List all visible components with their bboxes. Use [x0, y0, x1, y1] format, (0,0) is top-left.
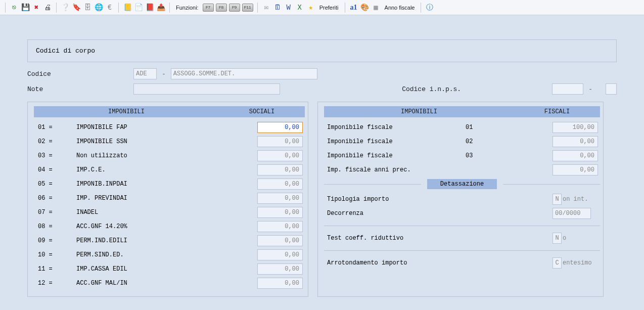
sociali-row: 03 =Non utilizzato [34, 149, 305, 163]
fiscali-name: Imponibile fiscale [324, 138, 466, 145]
detassazione-tag: Detassazione [427, 179, 497, 189]
row-name: PERM.SIND.ED. [76, 251, 257, 258]
preferiti-label[interactable]: Preferiti [319, 5, 339, 11]
f7-key[interactable]: F7 [203, 4, 214, 12]
test-coeff-rest: o [563, 235, 598, 242]
send-icon[interactable]: 📤 [156, 3, 165, 12]
fiscali-row: Imponibile fiscale03 [324, 149, 600, 163]
page-icon[interactable]: 📄 [134, 3, 143, 12]
row-name: ACC.GNF 14.20% [76, 223, 257, 230]
sociali-row: 07 =INADEL [34, 205, 305, 219]
fiscali-value-input[interactable] [553, 122, 598, 133]
star-icon[interactable]: ★ [306, 3, 315, 12]
arrotondamento-char-input[interactable] [553, 257, 562, 269]
panel-title-text: Codici di corpo [36, 47, 95, 55]
main-toolbar: ⎋ 💾 ✖ 🖨 ❔ 🔖 🗄 🌐 € 📒 📄 📕 📤 Funzioni: F7 F… [0, 0, 644, 15]
excel-icon[interactable]: X [295, 3, 304, 12]
row-code: 04 = [34, 166, 76, 173]
f9-key[interactable]: F9 [229, 4, 240, 12]
panel-title: Codici di corpo [27, 39, 617, 62]
book-icon[interactable]: 📒 [123, 3, 132, 12]
row-value-input[interactable] [257, 249, 303, 260]
exit-icon[interactable]: ⎋ [10, 3, 19, 12]
book2-icon[interactable]: 📕 [145, 3, 154, 12]
row-value-input[interactable] [257, 221, 303, 232]
row-value-input[interactable] [257, 136, 303, 147]
row-value-input[interactable] [257, 278, 303, 289]
row-name: INADEL [76, 209, 257, 216]
row-value-input[interactable] [257, 164, 303, 175]
row-code: 05 = [34, 181, 76, 188]
codice-desc-input[interactable] [171, 68, 317, 79]
codice-input[interactable] [133, 68, 157, 79]
db-icon[interactable]: 🗄 [83, 3, 92, 12]
fiscali-value-input[interactable] [553, 136, 598, 147]
anno-fiscale-label[interactable]: Anno fiscale [385, 5, 415, 11]
fiscali-code: 01 [466, 124, 520, 131]
delete-icon[interactable]: ✖ [32, 3, 41, 12]
tag-icon[interactable]: 🔖 [72, 3, 81, 12]
row-name: IMPONIBILE FAP [76, 124, 257, 131]
tipologia-char-input[interactable] [553, 194, 562, 205]
decorrenza-input[interactable] [553, 208, 591, 219]
word-icon[interactable]: W [284, 3, 293, 12]
inps-code2-input[interactable] [606, 83, 617, 95]
arrotondamento-label: Arrotondamento importo [327, 259, 553, 267]
mail-icon[interactable]: ✉ [262, 3, 271, 12]
row-code: 08 = [34, 223, 76, 230]
font-icon[interactable]: a1 [349, 3, 358, 12]
row-value-input[interactable] [257, 150, 303, 161]
row-name: Non utilizzato [76, 152, 257, 159]
f8-key[interactable]: F8 [216, 4, 227, 12]
sociali-row: 11 =IMP.CASSA EDIL [34, 262, 305, 276]
sociali-row: 09 =PERM.IND.EDILI [34, 234, 305, 248]
save-icon[interactable]: 💾 [21, 3, 30, 12]
sociali-row: 10 =PERM.SIND.ED. [34, 248, 305, 262]
imponibili-fiscali-panel: IMPONIBILI FISCALI Imponibile fiscale01I… [317, 102, 604, 297]
form-header: Codice - Note Codice i.n.p.s. - [27, 68, 617, 95]
main-columns: IMPONIBILI SOCIALI 01 =IMPONIBILE FAP02 … [27, 102, 617, 297]
print-icon[interactable]: 🖨 [43, 3, 52, 12]
f11-key[interactable]: F11 [242, 4, 253, 12]
row-code: 07 = [34, 209, 76, 216]
sociali-row: 08 =ACC.GNF 14.20% [34, 219, 305, 234]
codice-label: Codice [27, 70, 133, 78]
inps-label: Codice i.n.p.s. [402, 85, 461, 93]
imponibili-sociali-panel: IMPONIBILI SOCIALI 01 =IMPONIBILE FAP02 … [27, 102, 308, 297]
row-name: IMP. PREVINDAI [76, 195, 257, 202]
test-coeff-char-input[interactable] [553, 233, 562, 244]
tipologia-rest: on int. [563, 196, 598, 203]
row-code: 12 = [34, 280, 76, 287]
fiscali-code: 02 [466, 138, 520, 145]
calendar-icon[interactable]: 🗓 [273, 3, 282, 12]
row-value-input[interactable] [257, 193, 303, 204]
row-name: IMPONIBILE SSN [76, 138, 257, 145]
sociali-row: 05 =IMPONIB.INPDAI [34, 177, 305, 191]
note-label: Note [27, 85, 133, 93]
row-value-input[interactable] [257, 179, 303, 190]
row-value-input[interactable] [257, 122, 303, 133]
row-value-input[interactable] [257, 263, 303, 275]
sociali-row: 01 =IMPONIBILE FAP [34, 120, 305, 135]
detassazione-separator: Detassazione [324, 179, 600, 189]
fiscali-value-input[interactable] [553, 150, 598, 161]
fiscali-row: Imponibile fiscale02 [324, 135, 600, 149]
fiscali-name: Imponibile fiscale [324, 152, 466, 159]
sociali-header-right: SOCIALI [219, 108, 305, 115]
row-value-input[interactable] [257, 235, 303, 246]
sociali-header-left: IMPONIBILI [34, 108, 219, 115]
row-value-input[interactable] [257, 207, 303, 218]
inps-code1-input[interactable] [552, 83, 583, 95]
info-icon[interactable]: ⓘ [425, 3, 434, 12]
world-icon[interactable]: 🌐 [94, 3, 103, 12]
row-code: 09 = [34, 237, 76, 244]
help-icon[interactable]: ❔ [61, 3, 70, 12]
note-input[interactable] [133, 83, 280, 95]
euro-icon[interactable]: € [105, 3, 114, 12]
funzioni-label: Funzioni: [176, 5, 199, 11]
grid-icon[interactable]: ▦ [372, 3, 381, 12]
row-code: 11 = [34, 265, 76, 273]
palette-icon[interactable]: 🎨 [360, 3, 370, 12]
fiscali-value-input[interactable] [553, 164, 598, 175]
row-name: IMPONIB.INPDAI [76, 181, 257, 188]
